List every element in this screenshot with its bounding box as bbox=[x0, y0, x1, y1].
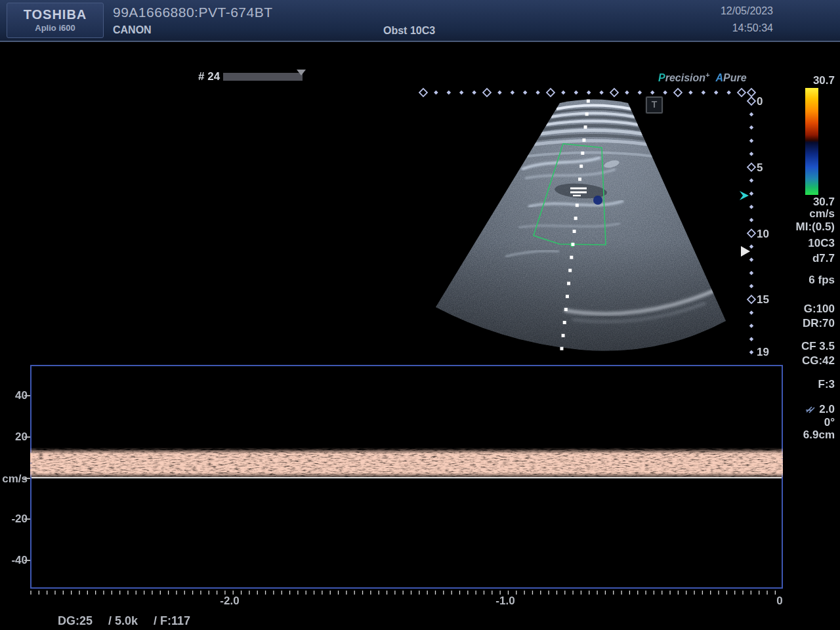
patient-id: 99A1666880:PVT-674BT bbox=[113, 5, 273, 20]
doppler-gain: DG:25 bbox=[58, 614, 93, 627]
color-roi-box bbox=[534, 144, 606, 247]
cine-scrollbar[interactable] bbox=[223, 73, 303, 81]
sample-volume-gate bbox=[570, 188, 587, 196]
depth-pointer-icon bbox=[741, 246, 750, 257]
color-flow-signal bbox=[593, 196, 602, 205]
horizontal-ruler bbox=[419, 89, 755, 96]
doppler-wall-filter: / F:117 bbox=[154, 614, 190, 627]
velocity-label-neg20: -20 bbox=[0, 513, 28, 526]
b-gain: G:100 bbox=[776, 303, 835, 316]
time-axis-ticks bbox=[31, 591, 775, 595]
apure-label: A bbox=[715, 72, 723, 83]
time-label-0: 0 bbox=[760, 595, 799, 608]
doppler-cursor-line bbox=[560, 100, 589, 350]
orientation-marker: T bbox=[646, 96, 663, 114]
depth-label-0: 0 bbox=[757, 95, 783, 108]
tissue-layer-echoes bbox=[527, 106, 652, 157]
dynamic-range: DR:70 bbox=[776, 317, 835, 330]
time: 14:50:34 bbox=[732, 22, 773, 34]
velocity-label-20: 20 bbox=[0, 430, 28, 444]
time-label-neg2: -2.0 bbox=[210, 595, 249, 608]
transducer-name: 10C3 bbox=[776, 237, 835, 250]
exam-preset: Obst 10C3 bbox=[383, 25, 435, 37]
velocity-label-neg40: -40 bbox=[0, 554, 28, 567]
cine-scrollbar-thumb[interactable] bbox=[297, 70, 306, 75]
prf-value: / 5.0k bbox=[108, 614, 138, 627]
date: 12/05/2023 bbox=[721, 5, 773, 17]
title-bar: TOSHIBA Aplio i600 99A1666880:PVT-674BT … bbox=[0, 0, 840, 42]
system-model: Aplio i600 bbox=[7, 23, 103, 33]
color-scale-min: 30.7 bbox=[776, 196, 835, 209]
color-doppler-scale-bar bbox=[805, 88, 818, 195]
manufacturer-label: CANON bbox=[113, 24, 152, 36]
cine-frame-number: # 24 bbox=[198, 70, 220, 83]
angle-correction-icon bbox=[805, 404, 816, 414]
steer-angle: 0° bbox=[776, 416, 835, 429]
color-scale-unit: cm/s bbox=[776, 207, 835, 220]
brand-logo: TOSHIBA bbox=[7, 7, 103, 22]
deep-echo-curve bbox=[564, 289, 717, 322]
display-depth: d7.7 bbox=[776, 252, 835, 265]
color-gain: CG:42 bbox=[776, 354, 835, 368]
color-frequency: CF 3.5 bbox=[776, 340, 835, 353]
time-label-neg1: -1.0 bbox=[486, 595, 525, 608]
focus-marker-icon bbox=[740, 191, 749, 200]
image-processing-branding: Precision+APure bbox=[658, 71, 747, 84]
frame-rate: 6 fps bbox=[776, 274, 835, 287]
mid-field-echoes bbox=[505, 158, 623, 257]
sample-volume-size: 2.0 bbox=[776, 403, 835, 416]
mechanical-index: MI:(0.5) bbox=[776, 220, 835, 234]
depth-label-15: 15 bbox=[757, 293, 783, 306]
velocity-label-40: 40 bbox=[0, 389, 28, 402]
color-scale-max: 30.7 bbox=[776, 74, 835, 87]
depth-label-5: 5 bbox=[757, 161, 783, 175]
depth-label-19: 19 bbox=[757, 346, 783, 359]
spectral-display-frame bbox=[30, 365, 783, 589]
wall-filter: F:3 bbox=[776, 378, 835, 391]
depth-label-10: 10 bbox=[757, 228, 783, 241]
velocity-unit-label: cm/s bbox=[0, 472, 28, 486]
sample-volume-depth: 6.9cm bbox=[776, 429, 835, 442]
doppler-settings-readout: DG:25/ 5.0k/ F:117 bbox=[58, 614, 206, 628]
precision-label: P bbox=[658, 72, 665, 83]
brand-panel: TOSHIBA Aplio i600 bbox=[7, 3, 104, 38]
depth-ruler bbox=[747, 97, 755, 354]
b-mode-fan-image bbox=[427, 92, 735, 358]
